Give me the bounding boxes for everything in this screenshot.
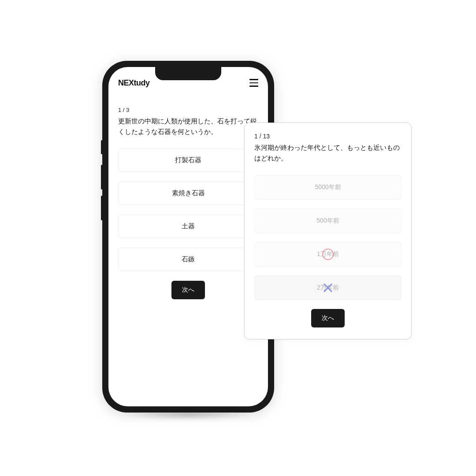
quiz-question: 更新世の中期に人類が使用した、石を打って鋭くしたような石器を何というか。 — [118, 116, 258, 137]
quiz-option-label: 1万年前 — [317, 250, 339, 257]
quiz-progress: 1 / 3 — [118, 107, 258, 113]
quiz-option-label: 500年前 — [316, 217, 339, 224]
quiz-option-label: 土器 — [182, 222, 195, 230]
quiz-option-4-wrong[interactable]: 2万年前 — [254, 275, 402, 300]
quiz-option-4[interactable]: 石鏃 — [118, 248, 258, 271]
quiz-option-label: 素焼き石器 — [172, 189, 205, 197]
phone-volume-down — [101, 196, 103, 220]
quiz-option-1[interactable]: 5000年前 — [254, 175, 402, 200]
next-button[interactable]: 次へ — [171, 281, 205, 299]
quiz-option-label: 2万年前 — [317, 284, 339, 291]
phone-notch — [155, 67, 221, 80]
phone-mute-switch — [101, 140, 103, 154]
quiz-option-label: 打製石器 — [175, 156, 201, 164]
quiz-option-1[interactable]: 打製石器 — [118, 149, 258, 172]
menu-icon[interactable] — [249, 79, 258, 87]
app-logo: NEXtudy — [118, 78, 150, 88]
quiz-question: 氷河期が終わった年代として、もっとも近いものはどれか。 — [254, 142, 402, 164]
quiz-option-2[interactable]: 素焼き石器 — [118, 182, 258, 205]
quiz-option-label: 5000年前 — [315, 183, 341, 190]
quiz-option-2[interactable]: 500年前 — [254, 208, 402, 233]
quiz-answer-card: 1 / 13 氷河期が終わった年代として、もっとも近いものはどれか。 5000年… — [244, 123, 412, 339]
next-button[interactable]: 次へ — [311, 309, 345, 327]
quiz-progress: 1 / 13 — [254, 133, 402, 140]
phone-volume-up — [101, 165, 103, 190]
quiz-option-3-correct[interactable]: 1万年前 — [254, 242, 402, 267]
quiz-option-label: 石鏃 — [182, 255, 195, 263]
quiz-option-3[interactable]: 土器 — [118, 215, 258, 238]
